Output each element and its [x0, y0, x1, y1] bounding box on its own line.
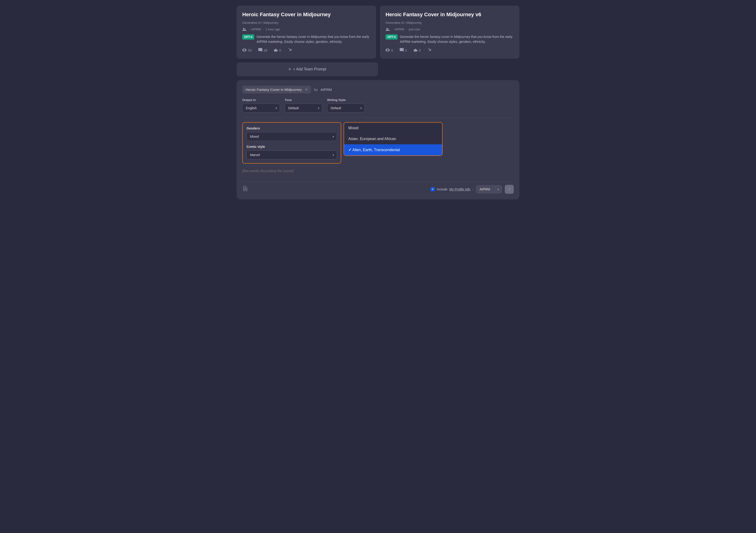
card-1-gpt-badge: GPT-4 — [242, 34, 254, 39]
user-icon-1 — [242, 27, 247, 32]
by-label: by — [314, 88, 318, 91]
dropdown-option-alien[interactable]: Alien, Earth, Transcendental — [344, 144, 442, 155]
link-icon-1 — [288, 48, 292, 53]
output-in-select-wrapper: English — [242, 104, 280, 113]
card-2-desc-text: Generate the heroic fantasy cover in Mid… — [400, 34, 514, 44]
card-2-link[interactable] — [427, 48, 431, 53]
user-icon-2 — [386, 27, 390, 32]
tone-select-wrapper: Default — [285, 104, 322, 113]
include-profile-checkbox[interactable] — [431, 187, 435, 191]
custom-fields-area: Genders Mixed Comic style Marvel — [242, 122, 514, 164]
profile-select[interactable]: AIPRM — [476, 185, 502, 193]
card-2-comments-count: 0 — [405, 48, 407, 52]
like-icon-2 — [414, 48, 418, 53]
card-1-stats: 59 28 0 — [242, 48, 370, 53]
attach-button[interactable] — [242, 186, 247, 193]
include-label: Include — [437, 188, 447, 191]
dialog-footer: Include My Profile Info : AIPRM ↑ — [242, 182, 514, 194]
card-2-gpt-badge: GPT-4 — [386, 34, 397, 39]
my-profile-info-link[interactable]: My Profile Info — [449, 188, 471, 191]
card-1-comments: 28 — [258, 48, 267, 53]
profile-info-colon: : — [472, 188, 473, 191]
add-team-prompt-label: + Add Team Prompt — [293, 67, 326, 71]
card-2-meta: · AIPRM · just now — [386, 27, 514, 32]
comment-icon-1 — [258, 48, 262, 53]
card-1-desc-text: Generate the heroic fantasy cover in Mid… — [256, 34, 370, 44]
output-in-group: Output in English — [242, 98, 280, 113]
tone-group: Tone Default — [285, 98, 322, 113]
card-1-dot: · — [248, 28, 249, 31]
card-2-author: AIPRM — [394, 28, 404, 31]
comic-style-label: Comic style — [247, 145, 337, 149]
prompt-cards: Heroic Fantasy Cover in Midjourney Gener… — [237, 6, 519, 59]
card-1-description: GPT-4 Generate the heroic fantasy cover … — [242, 34, 370, 44]
ethnicity-dropdown-overlay: Mixed Asian, European and African Alien,… — [344, 122, 443, 156]
comic-style-select[interactable]: Marvel — [247, 150, 337, 159]
comic-style-select-wrapper: Marvel — [247, 150, 337, 159]
card-1-subtitle: Generative AI / Midjourney — [242, 21, 370, 24]
footer-right: Include My Profile Info : AIPRM ↑ — [431, 185, 514, 194]
tone-select[interactable]: Default — [285, 104, 322, 113]
page-wrapper: Heroic Fantasy Cover in Midjourney Gener… — [237, 6, 519, 199]
scene-input[interactable] — [242, 165, 514, 176]
eye-icon-1 — [242, 48, 247, 53]
dialog-header: Heroic Fantasy Cover in Midjourney ✕ by … — [242, 86, 514, 93]
output-in-label: Output in — [242, 98, 280, 102]
card-2-title: Heroic Fantasy Cover in Midjourney v6 — [386, 11, 514, 18]
output-in-select[interactable]: English — [242, 104, 280, 113]
dialog-title-text: Heroic Fantasy Cover in Midjourney — [246, 88, 302, 91]
send-button[interactable]: ↑ — [505, 185, 514, 194]
genders-select-wrapper: Mixed — [247, 132, 337, 141]
card-2-subtitle: Generative AI / Midjourney — [386, 21, 514, 24]
card-2-dot2: · — [406, 28, 407, 31]
comment-icon-2 — [400, 48, 404, 53]
send-icon: ↑ — [508, 187, 510, 191]
writing-style-select[interactable]: Default — [327, 104, 365, 113]
card-1-title: Heroic Fantasy Cover in Midjourney — [242, 11, 370, 18]
prompt-card-2: Heroic Fantasy Cover in Midjourney v6 Ge… — [380, 6, 519, 59]
dialog-container: Heroic Fantasy Cover in Midjourney ✕ by … — [237, 80, 519, 199]
card-1-meta: · AIPRM · 1 hour ago — [242, 27, 370, 32]
card-1-views: 59 — [242, 48, 252, 53]
tone-label: Tone — [285, 98, 322, 102]
card-2-views: 0 — [386, 48, 393, 53]
custom-field-group: Genders Mixed Comic style Marvel — [242, 122, 341, 164]
card-1-link[interactable] — [288, 48, 292, 53]
dropdown-option-mixed[interactable]: Mixed — [344, 123, 442, 134]
eye-icon-2 — [386, 48, 390, 53]
card-2-views-count: 0 — [391, 48, 393, 52]
card-1-likes-count: 0 — [279, 48, 281, 52]
plus-icon: + — [288, 66, 291, 72]
card-1-dot2: · — [263, 28, 264, 31]
genders-group: Genders Mixed — [247, 126, 337, 141]
card-2-description: GPT-4 Generate the heroic fantasy cover … — [386, 34, 514, 44]
writing-style-group: Writing Style Default — [327, 98, 365, 113]
writing-style-label: Writing Style — [327, 98, 365, 102]
comic-style-group: Comic style Marvel — [247, 145, 337, 159]
like-icon-1 — [274, 48, 278, 53]
profile-info-label: Include My Profile Info : — [431, 187, 473, 191]
scene-input-container — [242, 164, 514, 178]
genders-label: Genders — [247, 126, 337, 130]
dialog-author: AIPRM — [320, 88, 332, 91]
card-2-stats: 0 0 0 — [386, 48, 514, 53]
card-2-likes-count: 0 — [419, 48, 421, 52]
dropdown-option-asian-european[interactable]: Asian, European and African — [344, 134, 442, 144]
card-1-views-count: 59 — [248, 48, 252, 52]
dialog-title-tag: Heroic Fantasy Cover in Midjourney ✕ — [242, 86, 311, 93]
writing-style-select-wrapper: Default — [327, 104, 365, 113]
profile-select-wrapper: AIPRM — [476, 185, 502, 193]
card-2-likes: 0 — [414, 48, 421, 53]
add-team-prompt-button[interactable]: + + Add Team Prompt — [237, 63, 378, 76]
form-row-top: Output in English Tone Default Writing S… — [242, 98, 514, 113]
divider — [242, 117, 514, 117]
card-1-author: AIPRM — [251, 28, 261, 31]
card-2-comments: 0 — [400, 48, 407, 53]
link-icon-2 — [427, 48, 431, 53]
card-1-comments-count: 28 — [264, 48, 267, 52]
dialog-close-button[interactable]: ✕ — [305, 88, 308, 91]
card-1-time: 1 hour ago — [265, 28, 280, 31]
prompt-card-1: Heroic Fantasy Cover in Midjourney Gener… — [237, 6, 376, 59]
card-2-time: just now — [409, 28, 420, 31]
genders-select[interactable]: Mixed — [247, 132, 337, 141]
